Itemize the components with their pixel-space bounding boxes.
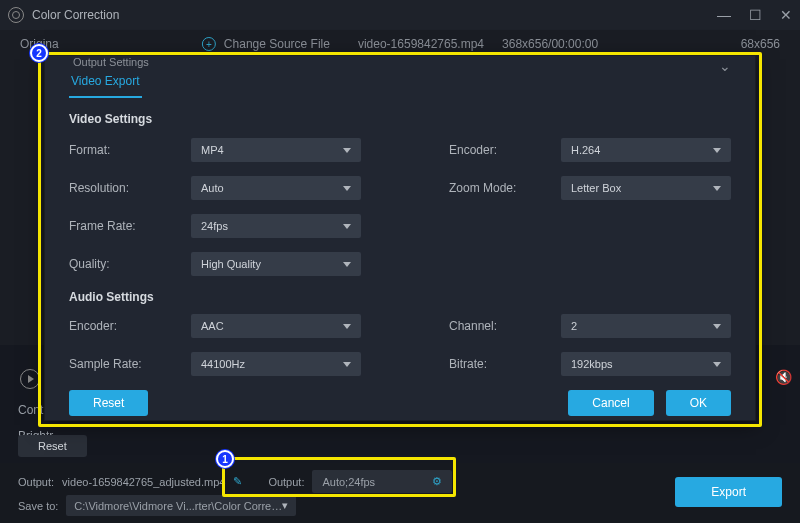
bottom-bar: Output: video-1659842765_adjusted.mp4 ✎ … — [0, 463, 800, 523]
framerate-label: Frame Rate: — [69, 219, 179, 233]
source-filename: video-1659842765.mp4 — [358, 37, 484, 51]
modal-tabs: Video Export — [69, 68, 731, 98]
annotation-badge-1: 1 — [216, 450, 234, 468]
video-settings-grid: Format: MP4 Encoder: H.264 Resolution: A… — [69, 138, 731, 276]
video-settings-heading: Video Settings — [69, 112, 731, 126]
encoder-a-value: AAC — [201, 320, 224, 332]
minimize-button[interactable]: — — [717, 7, 731, 23]
chevron-down-icon — [713, 324, 721, 329]
format-select[interactable]: MP4 — [191, 138, 361, 162]
output-pref-label: Output: — [268, 476, 304, 488]
output-pref-value: Auto;24fps — [322, 476, 375, 488]
samplerate-select[interactable]: 44100Hz — [191, 352, 361, 376]
mute-icon[interactable]: 🔇 — [775, 369, 792, 385]
quality-label: Quality: — [69, 257, 179, 271]
zoom-select[interactable]: Letter Box — [561, 176, 731, 200]
bitrate-label: Bitrate: — [449, 357, 549, 371]
output-settings-group: Output: Auto;24fps ⚙ — [268, 470, 452, 493]
modal-button-row: Reset Cancel OK — [69, 376, 731, 416]
export-button[interactable]: Export — [675, 477, 782, 507]
audio-settings-heading: Audio Settings — [69, 290, 731, 304]
chevron-down-icon — [713, 186, 721, 191]
encoder-v-label: Encoder: — [449, 143, 549, 157]
quality-select[interactable]: High Quality — [191, 252, 361, 276]
encoder-a-label: Encoder: — [69, 319, 179, 333]
save-to-box[interactable]: C:\Vidmore\Vidmore Vi...rter\Color Corre… — [66, 495, 296, 516]
quality-value: High Quality — [201, 258, 261, 270]
save-to-row: Save to: C:\Vidmore\Vidmore Vi...rter\Co… — [18, 495, 782, 516]
chevron-down-icon — [343, 324, 351, 329]
gear-icon[interactable]: ⚙ — [432, 475, 442, 488]
resolution-label: Resolution: — [69, 181, 179, 195]
chevron-down-icon — [343, 362, 351, 367]
annotation-badge-2: 2 — [30, 44, 48, 62]
resolution-value: Auto — [201, 182, 224, 194]
tab-video-export[interactable]: Video Export — [69, 68, 142, 98]
samplerate-value: 44100Hz — [201, 358, 245, 370]
modal-title: Output Settings — [73, 56, 149, 68]
change-source-label[interactable]: Change Source File — [224, 37, 330, 51]
chevron-down-icon — [343, 262, 351, 267]
chevron-down-icon — [343, 148, 351, 153]
cancel-button[interactable]: Cancel — [568, 390, 653, 416]
zoom-label: Zoom Mode: — [449, 181, 549, 195]
chevron-down-icon — [343, 224, 351, 229]
top-info-bar: Origina + Change Source File video-16598… — [0, 30, 800, 58]
maximize-button[interactable]: ☐ — [749, 7, 762, 23]
app-title: Color Correction — [32, 8, 717, 22]
dim-readout: 68x656 — [741, 37, 780, 51]
resolution-select[interactable]: Auto — [191, 176, 361, 200]
svg-point-0 — [13, 12, 20, 19]
reset-button-bg[interactable]: Reset — [18, 435, 87, 457]
app-icon — [8, 7, 24, 23]
output-pref-box[interactable]: Auto;24fps ⚙ — [312, 470, 452, 493]
encoder-a-select[interactable]: AAC — [191, 314, 361, 338]
play-icon[interactable] — [20, 369, 40, 389]
audio-settings-grid: Encoder: AAC Channel: 2 Sample Rate: 441… — [69, 314, 731, 376]
source-file-area: + Change Source File video-1659842765.mp… — [202, 37, 598, 51]
encoder-v-select[interactable]: H.264 — [561, 138, 731, 162]
window-controls: — ☐ ✕ — [717, 7, 792, 23]
chevron-down-icon — [343, 186, 351, 191]
bitrate-value: 192kbps — [571, 358, 613, 370]
output-file-name: video-1659842765_adjusted.mp4 — [62, 476, 225, 488]
titlebar: Color Correction — ☐ ✕ — [0, 0, 800, 30]
close-window-button[interactable]: ✕ — [780, 7, 792, 23]
reset-button[interactable]: Reset — [69, 390, 148, 416]
source-dim-time: 368x656/00:00:00 — [502, 37, 598, 51]
ok-button[interactable]: OK — [666, 390, 731, 416]
channel-value: 2 — [571, 320, 577, 332]
output-settings-modal: Output Settings ⌄ Video Export Video Set… — [44, 55, 756, 421]
samplerate-label: Sample Rate: — [69, 357, 179, 371]
chevron-down-icon[interactable]: ▾ — [282, 499, 288, 512]
chevron-down-icon — [713, 362, 721, 367]
format-label: Format: — [69, 143, 179, 157]
zoom-value: Letter Box — [571, 182, 621, 194]
plus-icon[interactable]: + — [202, 37, 216, 51]
output-file-label: Output: — [18, 476, 54, 488]
save-to-path: C:\Vidmore\Vidmore Vi...rter\Color Corre… — [74, 500, 282, 512]
channel-select[interactable]: 2 — [561, 314, 731, 338]
channel-label: Channel: — [449, 319, 549, 333]
encoder-v-value: H.264 — [571, 144, 600, 156]
format-value: MP4 — [201, 144, 224, 156]
chevron-down-icon — [713, 148, 721, 153]
bitrate-select[interactable]: 192kbps — [561, 352, 731, 376]
save-to-label: Save to: — [18, 500, 58, 512]
edit-icon[interactable]: ✎ — [233, 475, 242, 488]
framerate-select[interactable]: 24fps — [191, 214, 361, 238]
framerate-value: 24fps — [201, 220, 228, 232]
chevron-down-icon[interactable]: ⌄ — [719, 58, 731, 74]
output-file-row: Output: video-1659842765_adjusted.mp4 ✎ … — [18, 470, 782, 493]
